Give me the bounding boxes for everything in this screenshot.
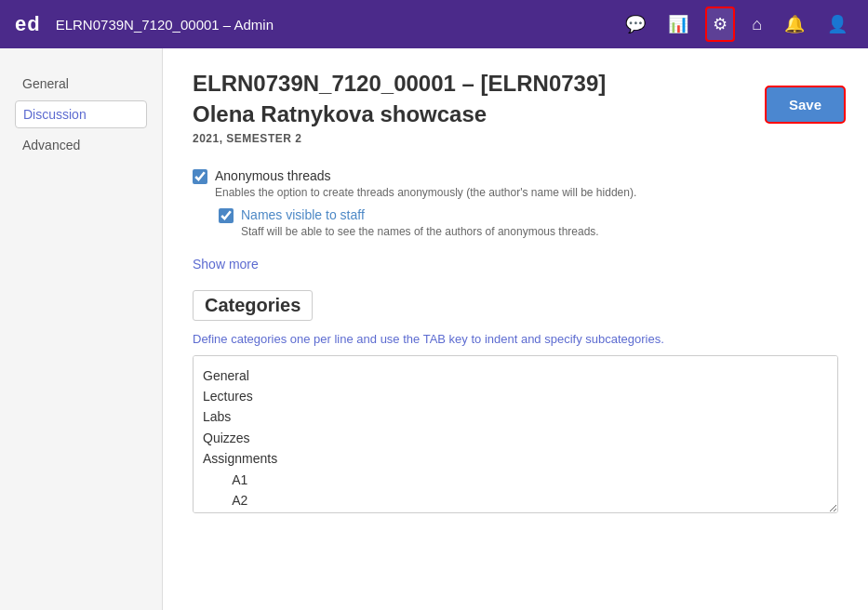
anonymous-threads-description: Enables the option to create threads ano…: [215, 186, 636, 199]
sidebar: General Discussion Advanced: [0, 48, 163, 610]
page-title-line1: ELRN0739N_7120_00001 – [ELRN0739]: [193, 71, 606, 98]
gear-icon[interactable]: ⚙: [705, 7, 735, 42]
nav-icons: 💬 📊 ⚙ ⌂ 🔔 👤: [620, 7, 853, 42]
names-visible-section: Names visible to staff Staff will be abl…: [219, 206, 838, 238]
categories-heading: Categories: [193, 290, 313, 321]
page-title-line2: Olena Ratnykova showcase: [193, 101, 606, 128]
anonymous-threads-content: Anonymous threads Enables the option to …: [215, 167, 636, 199]
save-button[interactable]: Save: [765, 86, 846, 124]
top-navigation: ed ELRN0739N_7120_00001 – Admin 💬 📊 ⚙ ⌂ …: [0, 0, 868, 48]
sidebar-item-discussion[interactable]: Discussion: [15, 100, 147, 128]
categories-description: Define categories one per line and use t…: [193, 332, 838, 346]
categories-section: Categories Define categories one per lin…: [193, 290, 838, 517]
nav-title: ELRN0739N_7120_00001 – Admin: [56, 17, 620, 33]
page-layout: General Discussion Advanced ELRN0739N_71…: [0, 48, 868, 610]
names-visible-checkbox[interactable]: [219, 208, 234, 223]
names-visible-row: Names visible to staff Staff will be abl…: [219, 206, 838, 238]
names-visible-label[interactable]: Names visible to staff: [241, 207, 365, 222]
anonymous-threads-label[interactable]: Anonymous threads: [215, 168, 331, 183]
page-title-block: ELRN0739N_7120_00001 – [ELRN0739] Olena …: [193, 71, 606, 164]
chart-icon[interactable]: 📊: [662, 8, 694, 40]
names-visible-content: Names visible to staff Staff will be abl…: [241, 206, 599, 238]
chat-icon[interactable]: 💬: [620, 8, 651, 40]
names-visible-description: Staff will be able to see the names of t…: [241, 225, 599, 238]
home-icon[interactable]: ⌂: [746, 9, 768, 40]
logo: ed: [15, 12, 41, 36]
anonymous-threads-checkbox[interactable]: [193, 169, 207, 184]
bell-icon[interactable]: 🔔: [779, 8, 810, 40]
page-header-row: ELRN0739N_7120_00001 – [ELRN0739] Olena …: [193, 71, 838, 164]
anonymous-threads-row: Anonymous threads Enables the option to …: [193, 167, 838, 199]
categories-textarea[interactable]: General Lectures Labs Quizzes Assignment…: [193, 355, 838, 513]
show-more-link[interactable]: Show more: [193, 257, 259, 272]
sidebar-item-general[interactable]: General: [15, 71, 147, 97]
user-icon[interactable]: 👤: [821, 8, 853, 40]
page-subtitle: 2021, SEMESTER 2: [193, 132, 606, 145]
main-content: ELRN0739N_7120_00001 – [ELRN0739] Olena …: [163, 48, 868, 610]
sidebar-item-advanced[interactable]: Advanced: [15, 132, 147, 158]
